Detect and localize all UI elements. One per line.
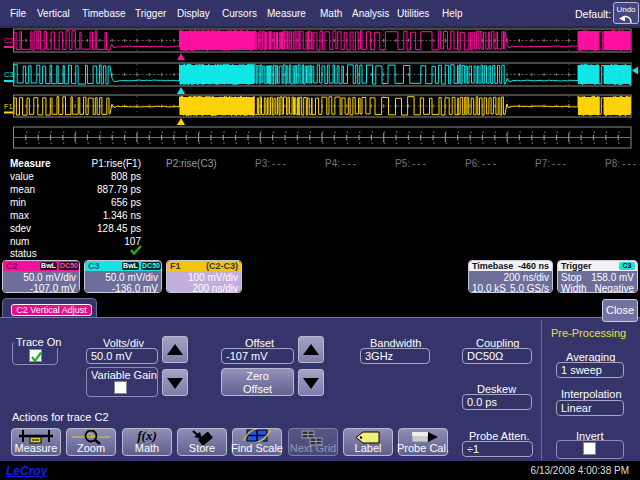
svg-text:C3: C3	[4, 70, 14, 79]
svg-text:F1: F1	[4, 102, 13, 111]
svg-text:C2: C2	[4, 36, 14, 45]
